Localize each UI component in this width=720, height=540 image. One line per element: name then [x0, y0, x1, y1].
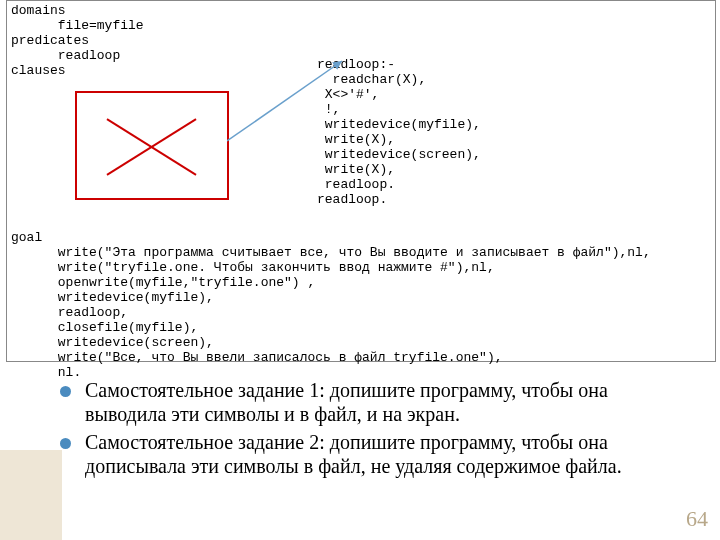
code-listing: domains file=myfile predicates readloop …	[6, 0, 716, 362]
list-item: Самостоятельное задание 2: допишите прог…	[60, 430, 680, 478]
code-right: readloop:- readchar(X), X<>'#', !, write…	[317, 57, 481, 207]
bullet-icon	[60, 438, 71, 449]
bullet-icon	[60, 386, 71, 397]
code-left: domains file=myfile predicates readloop …	[11, 3, 144, 78]
task-text: Самостоятельное задание 1: допишите прог…	[85, 378, 680, 426]
decorative-block	[0, 450, 62, 540]
list-item: Самостоятельное задание 1: допишите прог…	[60, 378, 680, 426]
task-text: Самостоятельное задание 2: допишите прог…	[85, 430, 680, 478]
task-list: Самостоятельное задание 1: допишите прог…	[60, 378, 680, 482]
code-goal: goal write("Эта программа считывает все,…	[11, 230, 651, 380]
page-number: 64	[686, 506, 708, 532]
red-crossed-box	[75, 91, 229, 200]
